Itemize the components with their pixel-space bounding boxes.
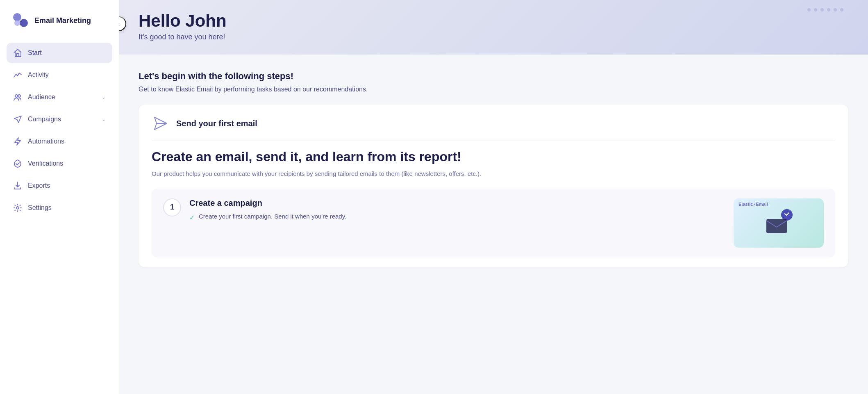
step-number-badge: 1: [163, 198, 181, 216]
sidebar-item-campaigns[interactable]: Campaigns ⌄: [7, 109, 112, 130]
sidebar-item-automations-label: Automations: [28, 138, 64, 145]
campaigns-icon: [13, 115, 22, 124]
dot-3: [820, 8, 824, 11]
content-area: Let's begin with the following steps! Ge…: [119, 55, 868, 394]
home-icon: [13, 48, 22, 57]
automations-icon: [13, 137, 22, 146]
collapse-sidebar-button[interactable]: ‹: [119, 16, 126, 31]
step-1-desc: Create your first campaign. Send it when…: [199, 213, 346, 220]
sidebar-item-exports[interactable]: Exports: [7, 175, 112, 196]
check-icon: ✓: [189, 214, 195, 221]
preview-brand-label: Elastic∘Email: [738, 202, 768, 207]
decorative-dots: [807, 8, 843, 11]
svg-point-4: [15, 95, 18, 97]
svg-point-6: [16, 207, 19, 209]
send-first-email-card: Send your first email Create an email, s…: [139, 105, 848, 267]
dot-2: [814, 8, 817, 11]
audience-chevron-icon: ⌄: [102, 94, 106, 100]
send-first-email-header: Send your first email: [152, 114, 835, 132]
svg-rect-10: [766, 219, 787, 233]
page-header: ‹ Hello John It's good to have you here!: [119, 0, 868, 55]
sidebar-item-verifications[interactable]: Verifications: [7, 153, 112, 174]
send-email-icon: [152, 114, 170, 132]
nav-menu: Start Activity: [0, 43, 119, 218]
exports-icon: [13, 181, 22, 190]
sidebar-item-campaigns-label: Campaigns: [28, 116, 61, 123]
step-1-number: 1: [163, 198, 181, 216]
steps-intro-title: Let's begin with the following steps!: [139, 71, 848, 82]
sidebar: Email Marketing Start: [0, 0, 119, 394]
verifications-icon: [13, 159, 22, 168]
sidebar-item-settings[interactable]: Settings: [7, 198, 112, 218]
sidebar-item-exports-label: Exports: [28, 182, 50, 189]
steps-intro-desc: Get to know Elastic Email by performing …: [139, 86, 848, 93]
sidebar-item-automations[interactable]: Automations: [7, 131, 112, 152]
sidebar-item-activity-label: Activity: [28, 71, 49, 79]
create-email-title: Create an email, send it, and learn from…: [152, 149, 835, 164]
sidebar-item-settings-label: Settings: [28, 204, 52, 212]
dot-5: [834, 8, 837, 11]
sidebar-item-activity[interactable]: Activity: [7, 65, 112, 85]
sidebar-item-audience[interactable]: Audience ⌄: [7, 87, 112, 107]
create-email-section: Create an email, send it, and learn from…: [152, 149, 835, 257]
email-preview-area: Elastic∘Email: [734, 198, 824, 248]
page-subtitle: It's good to have you here!: [139, 33, 227, 41]
svg-point-5: [18, 95, 20, 97]
step-1-content: Create a campaign ✓ Create your first ca…: [189, 198, 725, 225]
activity-icon: [13, 71, 22, 80]
brand-name-part2: Email: [756, 202, 768, 207]
brand-name-part1: Elastic: [738, 202, 753, 207]
sidebar-item-start[interactable]: Start: [7, 43, 112, 63]
sidebar-item-verifications-label: Verifications: [28, 160, 63, 167]
app-name: Email Marketing: [34, 16, 91, 25]
sidebar-item-start-label: Start: [28, 49, 42, 57]
header-text: Hello John It's good to have you here!: [139, 11, 227, 41]
campaign-step-card: 1 Create a campaign ✓ Create your first …: [152, 189, 835, 257]
main-content: ‹ Hello John It's good to have you here!…: [119, 0, 868, 394]
step-1-title: Create a campaign: [189, 198, 725, 208]
send-email-title: Send your first email: [176, 119, 257, 128]
campaigns-chevron-icon: ⌄: [102, 116, 106, 122]
audience-icon: [13, 93, 22, 102]
settings-icon: [13, 203, 22, 212]
svg-point-2: [14, 20, 20, 26]
step-1-desc-row: ✓ Create your first campaign. Send it wh…: [189, 213, 725, 221]
page-title: Hello John: [139, 11, 227, 30]
dot-4: [827, 8, 830, 11]
create-email-desc: Our product helps you communicate with y…: [152, 169, 835, 179]
dot-6: [840, 8, 843, 11]
svg-point-1: [20, 19, 28, 27]
dot-1: [807, 8, 811, 11]
logo-area: Email Marketing: [0, 0, 119, 43]
sidebar-item-audience-label: Audience: [28, 93, 55, 101]
svg-rect-3: [16, 54, 19, 57]
app-logo-icon: [11, 11, 30, 30]
preview-illustration-icon: [762, 207, 795, 239]
section-divider: [152, 141, 835, 141]
